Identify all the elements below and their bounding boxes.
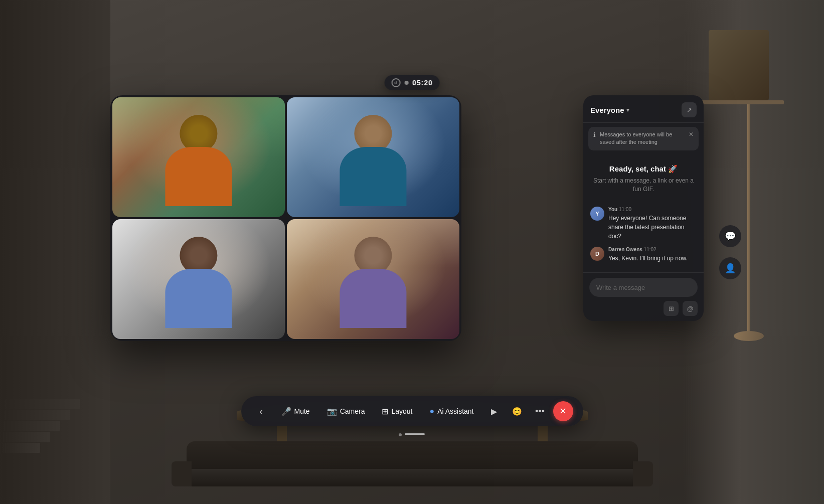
info-icon: ℹ: [593, 131, 596, 138]
chat-input-box[interactable]: Write a message: [589, 278, 698, 297]
chat-recipient-selector[interactable]: Everyone ▾: [590, 106, 629, 114]
stair-step: [0, 443, 40, 453]
stairs: [0, 399, 90, 454]
chat-input-actions: ⊞ @: [589, 301, 698, 316]
chat-empty-subtitle: Start with a message, a link or even a f…: [590, 177, 697, 194]
person-silhouette-1: [151, 109, 246, 217]
record-button[interactable]: ▶: [484, 401, 504, 421]
chat-empty-state: Ready, set, chat 🚀 Start with a message,…: [590, 159, 697, 201]
lamp-base: [734, 331, 764, 341]
end-call-button[interactable]: ✕: [553, 401, 573, 421]
couch: [187, 444, 638, 494]
stair-step: [0, 421, 60, 431]
video-panel: [110, 95, 461, 341]
chat-info-close-button[interactable]: ✕: [689, 131, 694, 138]
chevron-down-icon: ▾: [626, 107, 629, 113]
person-silhouette-2: [325, 109, 420, 217]
chat-panel: Everyone ▾ ↗ ℹ Messages to everyone will…: [583, 95, 704, 321]
video-grid: [110, 95, 461, 341]
expand-icon: ↗: [687, 106, 692, 114]
chat-input-placeholder: Write a message: [596, 284, 645, 291]
control-bar: ‹ 🎤 Mute 📷 Camera ⊞ Layout ● Ai Assistan…: [241, 396, 583, 426]
camera-button[interactable]: 📷 Camera: [320, 403, 372, 420]
timer-icon: ↺: [391, 78, 400, 87]
chat-content: Ready, set, chat 🚀 Start with a message,…: [583, 154, 704, 272]
message-meta-1: You 11:00: [608, 207, 697, 212]
close-icon: ✕: [559, 406, 567, 417]
mention-icon: @: [687, 305, 693, 312]
chat-header: Everyone ▾ ↗: [583, 95, 704, 123]
people-icon: 👤: [725, 263, 736, 274]
avatar-you: Y: [590, 207, 604, 221]
chat-message-2: D Darren Owens 11:02 Yes, Kevin. I'll br…: [590, 247, 697, 263]
layout-button[interactable]: ⊞ Layout: [375, 403, 419, 420]
shelf-decoration: [699, 30, 799, 130]
microphone-icon: 🎤: [281, 407, 291, 416]
right-sidebar: 💬 👤: [719, 225, 741, 279]
bottom-indicator: [399, 433, 426, 436]
chat-info-text: Messages to everyone will be saved after…: [600, 131, 685, 146]
chat-info-banner: ℹ Messages to everyone will be saved aft…: [588, 127, 699, 150]
more-options-button[interactable]: •••: [530, 401, 550, 421]
message-text-1: Hey everyone! Can someone share the late…: [608, 214, 697, 241]
message-content-1: You 11:00 Hey everyone! Can someone shar…: [608, 207, 697, 241]
chat-input-area: Write a message ⊞ @: [583, 272, 704, 321]
message-meta-2: Darren Owens 11:02: [608, 247, 697, 252]
video-cell-2: [287, 97, 459, 217]
back-button[interactable]: ‹: [251, 401, 271, 421]
participants-sidebar-button[interactable]: 👤: [719, 257, 741, 279]
video-cell-4: [287, 219, 459, 339]
layout-icon: ⊞: [382, 407, 388, 416]
ai-assistant-button[interactable]: ● Ai Assistant: [422, 403, 480, 420]
video-cell-3: [112, 219, 285, 339]
chat-expand-button[interactable]: ↗: [682, 102, 697, 117]
chat-everyone-label: Everyone: [590, 106, 624, 114]
chat-icon: 💬: [725, 231, 736, 242]
avatar-darren: D: [590, 247, 604, 261]
ai-icon: ●: [429, 407, 434, 416]
person-silhouette-4: [325, 231, 420, 339]
chat-sidebar-button[interactable]: 💬: [719, 225, 741, 247]
message-time-1: 11:00: [619, 207, 631, 212]
camera-icon: 📷: [327, 407, 337, 416]
person-silhouette-3: [151, 231, 246, 339]
mention-button[interactable]: @: [683, 301, 698, 316]
timer-display: 05:20: [412, 79, 433, 87]
chat-empty-title: Ready, set, chat 🚀: [590, 164, 697, 174]
emoji-button[interactable]: 😊: [507, 401, 527, 421]
timer-bar: ↺ 05:20: [384, 75, 440, 90]
message-text-2: Yes, Kevin. I'll bring it up now.: [608, 254, 697, 263]
stair-step: [0, 432, 50, 442]
mute-button[interactable]: 🎤 Mute: [274, 403, 316, 420]
stair-step: [0, 410, 70, 420]
message-sender-2: Darren Owens: [608, 247, 642, 252]
video-cell-1: [112, 97, 285, 217]
screen-share-button[interactable]: ⊞: [664, 301, 679, 316]
recording-indicator: [404, 81, 408, 85]
chat-message-1: Y You 11:00 Hey everyone! Can someone sh…: [590, 207, 697, 241]
message-content-2: Darren Owens 11:02 Yes, Kevin. I'll brin…: [608, 247, 697, 263]
message-time-2: 11:02: [644, 247, 656, 252]
message-sender-1: You: [608, 207, 617, 212]
screen-share-icon: ⊞: [669, 305, 674, 312]
stair-step: [0, 399, 80, 409]
